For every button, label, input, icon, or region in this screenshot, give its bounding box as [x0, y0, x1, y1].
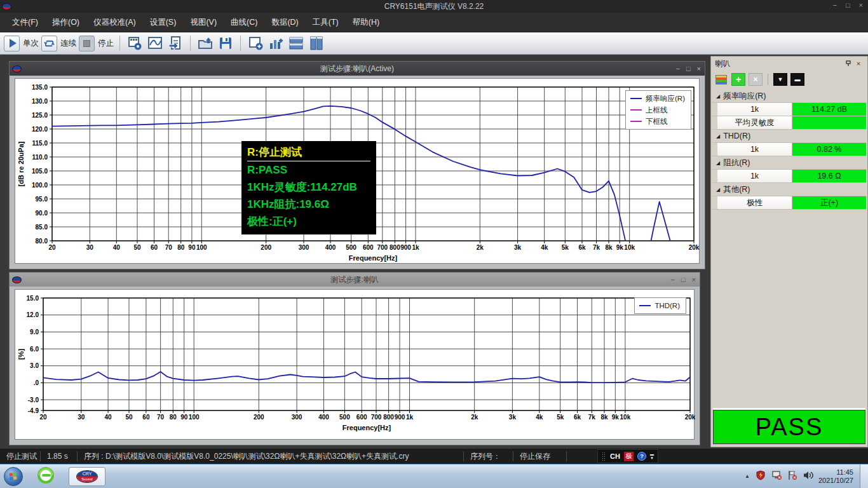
- expander-icon[interactable]: ◢: [716, 160, 720, 166]
- taskbar-app-cry6151[interactable]: CRYSound: [69, 467, 105, 486]
- language-bar[interactable]: CH 极 ? ▬▼: [597, 449, 658, 463]
- taskbar: CRYSound ▲ 11:45 2021/10/27: [0, 464, 868, 488]
- minimize-icon[interactable]: −: [670, 276, 674, 283]
- help-icon[interactable]: ?: [637, 452, 646, 461]
- expander-icon[interactable]: ◢: [716, 187, 720, 193]
- group-frequency-response[interactable]: ◢ 频率响应(R): [712, 90, 866, 103]
- ime-icon[interactable]: 极: [624, 452, 634, 461]
- group-other[interactable]: ◢ 其他(R): [712, 183, 866, 196]
- row-name[interactable]: 1k: [717, 143, 792, 156]
- test-settings-button[interactable]: [126, 35, 144, 52]
- svg-text:800: 800: [390, 244, 400, 251]
- tile-vertical-button[interactable]: [308, 35, 325, 52]
- expand-all-button[interactable]: ▼: [773, 73, 787, 86]
- row-name[interactable]: 极性: [717, 196, 792, 209]
- expander-icon[interactable]: ◢: [716, 93, 720, 99]
- menu-operate[interactable]: 操作(O): [45, 14, 86, 31]
- chart-window-thd: 测试步骤:喇叭 − □ × 20304050607080901002003004…: [9, 272, 700, 445]
- svg-text:4k: 4k: [536, 414, 543, 421]
- add-button[interactable]: +: [731, 73, 745, 86]
- svg-text:90: 90: [188, 244, 196, 251]
- show-desktop-button[interactable]: [860, 464, 868, 488]
- open-file-button[interactable]: [196, 35, 214, 52]
- frequency-response-chart[interactable]: 2030405060708090100200300400500600700800…: [15, 78, 700, 264]
- svg-text:6k: 6k: [578, 244, 586, 251]
- status-sequence-path: 序列 : D:\测试模版V8.0\测试模版V8.0_0225\喇叭测试\32Ω喇…: [78, 451, 464, 461]
- row-name[interactable]: 平均灵敏度: [717, 116, 792, 129]
- browser-icon[interactable]: [37, 466, 55, 487]
- maximize-icon[interactable]: □: [846, 1, 850, 9]
- chart1-titlebar[interactable]: 测试步骤:喇叭(Active) − □ ×: [10, 62, 705, 76]
- network-icon[interactable]: [771, 470, 782, 483]
- show-hidden-icons[interactable]: ▲: [745, 473, 750, 479]
- close-icon[interactable]: ×: [859, 1, 863, 9]
- pin-icon[interactable]: [843, 58, 853, 69]
- menubar: 文件(F) 操作(O) 仪器校准(A) 设置(S) 视图(V) 曲线(C) 数据…: [0, 13, 868, 32]
- restore-icon[interactable]: □: [681, 276, 686, 283]
- svg-text:30: 30: [86, 244, 94, 251]
- collapse-all-button[interactable]: ▬: [790, 73, 804, 86]
- results-tree: ◢ 频率响应(R) 1k 114.27 dB 平均灵敏度 ◢ THD(R) 1k: [712, 90, 866, 210]
- menu-help[interactable]: 帮助(H): [346, 14, 386, 31]
- report-export-button[interactable]: [166, 35, 184, 52]
- action-center-flag-icon[interactable]: [787, 470, 797, 483]
- restore-icon[interactable]: □: [686, 65, 691, 72]
- chart2-titlebar[interactable]: 测试步骤:喇叭 − □ ×: [10, 273, 700, 287]
- menu-view[interactable]: 视图(V): [183, 14, 224, 31]
- menu-curve[interactable]: 曲线(C): [224, 14, 264, 31]
- stop-button[interactable]: 停止: [79, 36, 114, 51]
- row-value: 19.6 Ω: [792, 170, 866, 182]
- volume-icon[interactable]: [803, 470, 815, 483]
- group-impedance[interactable]: ◢ 阻抗(R): [712, 156, 866, 170]
- close-icon[interactable]: ×: [692, 276, 696, 283]
- thd-chart[interactable]: 2030405060708090100200300400500600700800…: [15, 289, 695, 440]
- delete-button[interactable]: ×: [749, 73, 763, 86]
- menu-calibration[interactable]: 仪器校准(A): [86, 14, 143, 31]
- svg-text:100: 100: [196, 244, 207, 251]
- svg-text:20: 20: [39, 414, 47, 421]
- svg-text:20k: 20k: [685, 414, 695, 421]
- pass-result-box: PASS: [713, 410, 865, 444]
- minimize-icon[interactable]: −: [675, 65, 679, 72]
- row-name[interactable]: 1k: [717, 103, 792, 116]
- svg-text:6k: 6k: [574, 414, 581, 421]
- run-continuous-button[interactable]: 连续: [41, 36, 76, 51]
- menu-file[interactable]: 文件(F): [5, 14, 45, 31]
- curve-settings-button[interactable]: [146, 35, 164, 52]
- minimize-icon[interactable]: −: [832, 1, 836, 9]
- run-single-button[interactable]: 单次: [4, 36, 39, 51]
- svg-text:5k: 5k: [562, 244, 569, 251]
- group-thd[interactable]: ◢ THD(R): [712, 130, 866, 143]
- svg-text:8k: 8k: [600, 414, 608, 421]
- status-elapsed: 1.85 s: [41, 451, 78, 461]
- tile-horizontal-button[interactable]: [287, 35, 305, 52]
- new-window-button[interactable]: [247, 35, 264, 52]
- document-export-icon: [166, 35, 184, 52]
- menu-settings[interactable]: 设置(S): [143, 14, 184, 31]
- close-icon[interactable]: ×: [697, 65, 701, 72]
- add-chart-button[interactable]: [267, 35, 285, 52]
- svg-text:7k: 7k: [593, 244, 600, 251]
- save-button[interactable]: [217, 35, 234, 52]
- svg-text:20k: 20k: [689, 244, 700, 251]
- svg-text:7k: 7k: [588, 414, 596, 421]
- antivirus-shield-icon[interactable]: [756, 470, 766, 483]
- menu-tools[interactable]: 工具(T): [306, 14, 346, 31]
- language-indicator[interactable]: CH: [610, 452, 620, 460]
- taskbar-clock[interactable]: 11:45 2021/10/27: [818, 468, 853, 485]
- close-icon[interactable]: ×: [853, 58, 864, 69]
- window-logo-icon: [12, 65, 22, 72]
- svg-text:15.0: 15.0: [27, 295, 39, 302]
- start-button[interactable]: [4, 467, 23, 486]
- menu-data[interactable]: 数据(D): [264, 14, 305, 31]
- row-name[interactable]: 1k: [717, 170, 792, 182]
- window-add-icon: [247, 35, 264, 52]
- svg-text:600: 600: [356, 414, 367, 421]
- result-row: 1k 19.6 Ω: [712, 170, 866, 183]
- options-arrow-icon[interactable]: ▼: [650, 456, 654, 460]
- svg-text:10k: 10k: [624, 244, 635, 251]
- grip-icon[interactable]: [602, 452, 606, 461]
- svg-text:1k: 1k: [406, 414, 414, 421]
- curve-list-icon[interactable]: [714, 73, 728, 86]
- expander-icon[interactable]: ◢: [716, 133, 720, 139]
